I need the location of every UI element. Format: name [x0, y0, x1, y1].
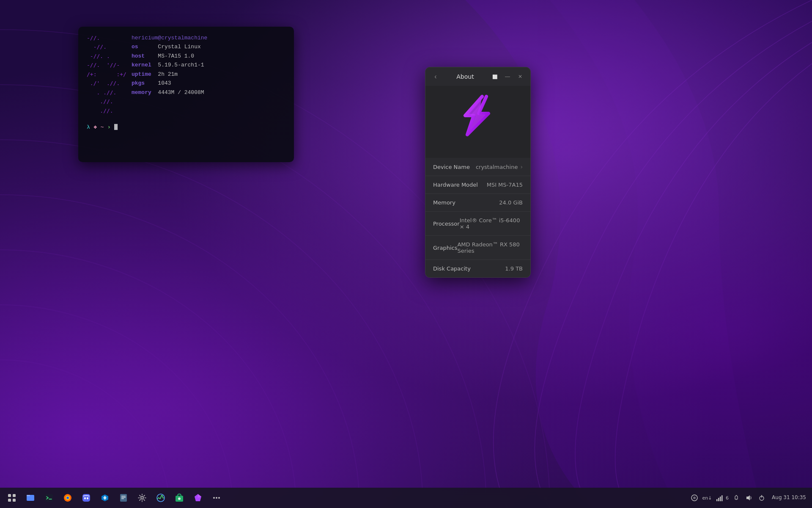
- svg-rect-46: [720, 497, 721, 501]
- taskbar-files[interactable]: [22, 489, 39, 506]
- svg-rect-15: [8, 499, 11, 502]
- nf-host-value: MS-7A15 1.0: [158, 53, 194, 59]
- terminal-content: -//. -//. -//. . -//. '//- /+: :+/ ./' .…: [78, 27, 294, 139]
- network-count: 6: [726, 495, 729, 501]
- nf-uptime-label: uptime: [132, 71, 151, 77]
- disk-capacity-value: 1.9 TB: [505, 265, 523, 272]
- nf-memory-label: memory: [132, 89, 151, 96]
- taskbar-network-icon[interactable]: [715, 493, 725, 503]
- svg-rect-47: [721, 495, 723, 501]
- prompt-lambda: λ: [87, 124, 90, 130]
- prompt-cursor: █: [114, 124, 118, 130]
- processor-label: Processor: [433, 221, 460, 227]
- close-button[interactable]: ✕: [514, 71, 526, 83]
- taskbar-terminal[interactable]: [41, 489, 58, 506]
- svg-rect-18: [27, 495, 30, 496]
- memory-value: 24.0 GiB: [499, 199, 523, 206]
- logo-area: [425, 86, 530, 158]
- taskbar-date: Aug 31 10:35: [772, 494, 806, 501]
- nf-pkgs-label: pkgs: [132, 80, 145, 86]
- minimize-icon: —: [505, 74, 510, 80]
- svg-rect-13: [8, 494, 11, 497]
- memory-label: Memory: [433, 199, 455, 206]
- taskbar-discord[interactable]: [78, 489, 95, 506]
- taskbar: en↓ 6: [0, 488, 812, 508]
- taskbar-power-icon[interactable]: [757, 493, 767, 503]
- taskbar-monitor[interactable]: [152, 489, 169, 506]
- nf-os-value: Crystal Linux: [158, 44, 200, 50]
- nf-pkgs-value: 1043: [158, 80, 171, 86]
- device-name-row[interactable]: Device Name crystalmachine ›: [425, 158, 530, 176]
- taskbar-chat-icon[interactable]: [689, 493, 700, 503]
- titlebar-left: ‹: [430, 71, 442, 83]
- dialog-titlebar: ‹ About ⬜ — ✕: [425, 67, 530, 86]
- back-button[interactable]: ‹: [430, 71, 442, 83]
- memory-row: Memory 24.0 GiB: [425, 194, 530, 212]
- svg-point-23: [66, 497, 69, 499]
- graphics-value: AMD Radeon™ RX 580 Series: [457, 241, 523, 254]
- device-name-label: Device Name: [433, 164, 470, 170]
- neofetch-info: hericium@crystalmachine os Crystal Linux…: [132, 33, 207, 115]
- svg-rect-19: [45, 494, 53, 502]
- taskbar-apps-grid[interactable]: [3, 489, 20, 506]
- taskbar-more[interactable]: [208, 489, 225, 506]
- taskbar-vscode[interactable]: [96, 489, 113, 506]
- nf-uptime-value: 2h 21m: [158, 71, 178, 77]
- svg-rect-16: [13, 499, 16, 502]
- svg-rect-44: [716, 499, 718, 501]
- neofetch-art: -//. -//. -//. . -//. '//- /+: :+/ ./' .…: [87, 33, 126, 115]
- prompt-tilde: ❖ ~: [93, 124, 104, 130]
- taskbar-apps: [3, 489, 225, 506]
- taskbar-datetime[interactable]: Aug 31 10:35: [769, 494, 809, 501]
- about-dialog: ‹ About ⬜ — ✕: [425, 67, 531, 278]
- info-list: Device Name crystalmachine › Hardware Mo…: [425, 158, 530, 277]
- close-icon: ✕: [518, 74, 522, 80]
- svg-point-40: [216, 497, 217, 499]
- graphics-row: Graphics AMD Radeon™ RX 580 Series: [425, 236, 530, 260]
- crystal-linux-logo: [457, 94, 499, 149]
- svg-rect-24: [82, 494, 90, 502]
- device-name-chevron: ›: [520, 163, 523, 170]
- svg-point-36: [178, 497, 181, 500]
- svg-point-26: [87, 497, 88, 500]
- minimize-button[interactable]: —: [502, 71, 513, 83]
- taskbar-system-tray: en↓ 6: [689, 493, 809, 503]
- terminal-prompt: λ ❖ ~ › █: [87, 123, 285, 132]
- taskbar-firefox[interactable]: [59, 489, 76, 506]
- taskbar-notes[interactable]: [115, 489, 132, 506]
- nf-kernel-label: kernel: [132, 62, 151, 68]
- nf-user: hericium@crystalmachine: [132, 35, 207, 41]
- svg-rect-14: [13, 494, 16, 497]
- svg-marker-49: [746, 495, 750, 500]
- svg-rect-45: [718, 498, 719, 501]
- taskbar-language[interactable]: en↓: [702, 493, 712, 503]
- maximize-icon: ⬜: [492, 75, 497, 79]
- svg-point-25: [84, 497, 86, 500]
- nf-memory-value: 4443M / 24008M: [158, 89, 204, 96]
- hardware-model-row: Hardware Model MSI MS-7A15: [425, 176, 530, 194]
- processor-value: Intel® Core™ i5-6400 × 4: [460, 217, 523, 230]
- back-icon: ‹: [434, 73, 436, 80]
- graphics-label: Graphics: [433, 245, 457, 251]
- svg-point-33: [141, 497, 143, 499]
- taskbar-store[interactable]: [171, 489, 188, 506]
- taskbar-crystal[interactable]: [189, 489, 206, 506]
- nf-kernel-value: 5.19.5-arch1-1: [158, 62, 204, 68]
- taskbar-notification-icon[interactable]: [731, 493, 741, 503]
- processor-row: Processor Intel® Core™ i5-6400 × 4: [425, 212, 530, 236]
- hardware-model-value: MSI MS-7A15: [487, 182, 523, 188]
- disk-capacity-row: Disk Capacity 1.9 TB: [425, 260, 530, 277]
- hardware-model-label: Hardware Model: [433, 182, 478, 188]
- svg-point-41: [218, 497, 220, 499]
- terminal-window: -//. -//. -//. . -//. '//- /+: :+/ ./' .…: [78, 27, 294, 162]
- svg-point-43: [693, 497, 696, 499]
- maximize-button[interactable]: ⬜: [489, 71, 501, 83]
- svg-point-39: [213, 497, 215, 499]
- titlebar-controls: ⬜ — ✕: [489, 71, 526, 83]
- svg-rect-29: [120, 494, 127, 502]
- taskbar-settings[interactable]: [134, 489, 151, 506]
- prompt-arrow: ›: [107, 124, 111, 130]
- taskbar-sound-icon[interactable]: [744, 493, 754, 503]
- language-label: en↓: [702, 495, 712, 501]
- dialog-title: About: [442, 73, 489, 80]
